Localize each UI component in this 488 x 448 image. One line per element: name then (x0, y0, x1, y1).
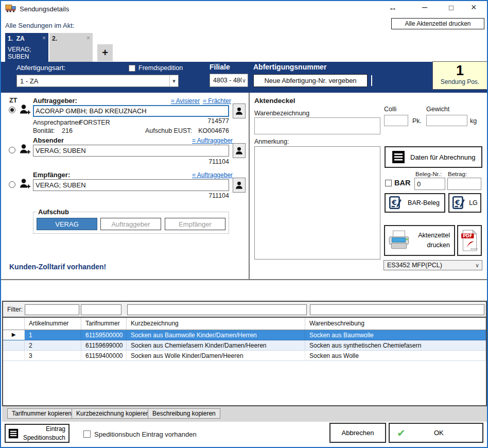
svg-text:Adobe: Adobe (470, 248, 478, 250)
fremdspedition-checkbox[interactable] (129, 65, 135, 72)
tab-number: 1. (8, 35, 13, 42)
aufschub-auftraggeber-button[interactable]: Auftraggeber (100, 218, 161, 230)
resize-icon[interactable]: ↔ (389, 3, 397, 12)
betrag-input[interactable] (447, 178, 481, 190)
aktenzettel-drucken-button[interactable]: Aktenzettel drucken (384, 225, 455, 256)
anmerkung-textarea[interactable] (254, 146, 380, 260)
empfaenger-auftraggeber-link[interactable]: = Auftraggeber (192, 171, 233, 179)
add-person-icon[interactable] (19, 177, 32, 191)
aufschub-verag-button[interactable]: VERAG (37, 218, 97, 230)
column-header[interactable]: Warenbeschreibung (305, 318, 486, 330)
auftraggeber-input[interactable] (33, 105, 229, 117)
bar-label: BAR (394, 179, 410, 187)
colli-label: Colli (384, 106, 396, 113)
absender-input[interactable] (33, 145, 229, 157)
add-person-icon[interactable] (19, 143, 32, 156)
gewicht-input[interactable] (426, 115, 467, 126)
chevron-down-icon[interactable]: ∨ (475, 262, 482, 269)
column-header[interactable]: Artikelnummer (25, 318, 81, 330)
abfertigungsart-select[interactable]: 1 - ZA ▾ (16, 75, 179, 87)
filter-kurzbezeichnung-input[interactable] (127, 304, 307, 315)
neue-abfertigung-button[interactable]: Neue Abfertigung-Nr. vergeben (253, 74, 368, 87)
absender-kundennr: 711104 (188, 158, 229, 165)
auftraggeber-label: Auftraggeber: (33, 97, 77, 105)
dropdown-arrow-icon[interactable]: ▾ (169, 75, 178, 87)
zolltarif-note: Kunden-Zolltarif vorhanden! (9, 263, 106, 271)
filter-tarifnummer-input[interactable] (81, 304, 121, 315)
abfertigungsnummer-label: Abfertigungsnummer (253, 63, 326, 71)
table-row[interactable]: 3 61159400000 Socken aus Wolle Kinder/Da… (3, 351, 486, 361)
zt-label: ZT (9, 97, 17, 104)
ok-button[interactable]: ✔ OK (389, 423, 483, 443)
printer-select[interactable]: ES3452 MFP(PCL) ∨ (384, 260, 482, 270)
speditionsbuch-button[interactable]: Eintrag Speditionsbuch (5, 424, 69, 443)
svg-text:PDF: PDF (463, 233, 473, 238)
row-selector-header (3, 318, 25, 330)
row-selector (3, 351, 25, 361)
copy-beschreibung-button[interactable]: Beschreibung kopieren (148, 408, 220, 419)
divider (371, 75, 372, 86)
cancel-button[interactable]: Abbrechen (329, 423, 386, 443)
svg-text:€: € (391, 198, 397, 206)
cell-artikelnummer: 2 (25, 340, 81, 351)
svg-text:€: € (455, 198, 460, 206)
speditionsbuch-checkbox[interactable] (83, 430, 91, 438)
warenbezeichnung-input[interactable] (254, 117, 380, 134)
table-row[interactable]: 2 61159699000 Socken aus Chemiefasern Ki… (3, 340, 486, 351)
bar-beleg-button[interactable]: € BAR-Beleg (385, 193, 445, 213)
aktenzettel-label: Aktenzettel drucken (411, 231, 454, 250)
copy-tarifnummer-button[interactable]: Tarifnummer kopieren (7, 408, 76, 419)
cell-tarifnummer: 61159699000 (81, 340, 127, 351)
tab-number: 2. (52, 35, 57, 42)
filter-warenbeschreibung-input[interactable] (310, 304, 484, 315)
column-header[interactable]: Tarifnummer (81, 318, 127, 330)
pk-label: Pk. (412, 117, 422, 125)
filter-artikelnummer-input[interactable] (25, 304, 79, 315)
empfaenger-contact-button[interactable] (233, 178, 246, 193)
kg-label: kg (470, 117, 477, 125)
pdf-button[interactable]: PDF Adobe (457, 225, 482, 256)
abfertigungsart-label: Abfertigungsart: (16, 64, 65, 72)
bar-checkbox[interactable] (385, 180, 392, 186)
tab-close-icon[interactable]: × (42, 35, 46, 42)
row-selector-arrow-icon: ▶ (3, 330, 25, 340)
absender-radio[interactable] (9, 147, 15, 153)
auftraggeber-kundennr: 714577 (178, 117, 229, 125)
cell-warenbeschreibung: Socken aus Baumwolle (305, 330, 486, 340)
column-header[interactable]: Kurzbezeichnung (127, 318, 305, 330)
shipment-tab-2[interactable]: 2. × (49, 33, 93, 62)
tab-close-icon[interactable]: × (86, 35, 90, 42)
auftraggeber-contact-button[interactable] (233, 104, 246, 118)
add-person-icon[interactable] (19, 103, 32, 116)
list-icon (8, 428, 19, 439)
shipment-tab-1[interactable]: 1. ZA × VERAG; SUBEN (5, 33, 48, 62)
copy-kurzbezeichnung-button[interactable]: Kurzbezeichnung kopieren (72, 408, 154, 419)
absender-contact-button[interactable] (233, 143, 246, 158)
empfaenger-radio[interactable] (9, 181, 15, 188)
close-icon[interactable]: × (471, 2, 477, 13)
lg-button[interactable]: € LG (448, 193, 481, 213)
sendung-position-box: 1 Sendung Pos. (432, 61, 487, 90)
add-shipment-button[interactable]: + (97, 44, 113, 61)
table-row[interactable]: ▶ 1 61159500000 Socken aus Baumwolle Kin… (3, 330, 486, 340)
speditionsbuch-checkbox-label: Speditionsbuch Eintrag vorhanden (94, 430, 197, 438)
abrechnung-button[interactable]: Daten für Abrechnung (385, 146, 482, 168)
minimize-icon[interactable]: – (422, 2, 427, 12)
avisierer-link[interactable]: = Avisierer (171, 97, 200, 105)
colli-input[interactable] (384, 115, 408, 126)
chevron-down-icon[interactable]: ∨ (242, 77, 248, 84)
table-header: Artikelnummer Tarifnummer Kurzbezeichnun… (3, 318, 486, 330)
beleg-nr-input[interactable] (414, 178, 445, 190)
empfaenger-input[interactable] (33, 179, 229, 191)
fraechter-link[interactable]: = Frächter (203, 97, 231, 105)
absender-auftraggeber-link[interactable]: = Auftraggeber (192, 137, 233, 144)
sendungsdetails-window: Sendungsdetails ↔ – □ × Alle Sendungen i… (0, 0, 488, 448)
maximize-icon[interactable]: □ (449, 3, 454, 12)
filiale-select[interactable]: 4803 - 480 ∨ (210, 74, 248, 87)
print-all-aktenzettel-button[interactable]: Alle Aktenzettel drucken (391, 18, 484, 29)
aufschub-empfaenger-button[interactable]: Empfänger (165, 218, 225, 230)
absender-label: Absender (33, 136, 64, 144)
cell-kurzbezeichnung: Socken aus Baumwolle Kinder/Damen/Herren (127, 330, 305, 340)
panel-divider-horizontal (1, 279, 487, 280)
auftraggeber-radio[interactable] (9, 107, 15, 113)
